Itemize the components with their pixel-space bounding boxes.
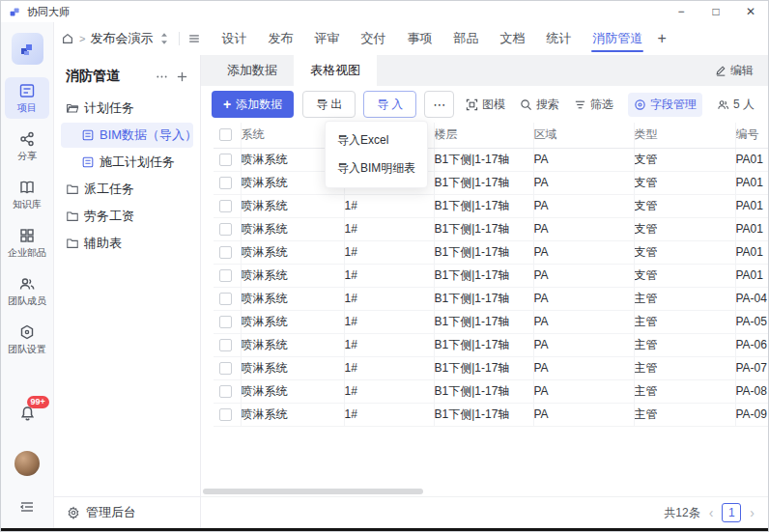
add-module-tab-button[interactable]: +: [657, 30, 666, 47]
module-tab[interactable]: 统计: [535, 22, 582, 55]
row-checkbox[interactable]: [219, 246, 232, 259]
module-tab[interactable]: 消防管道: [582, 22, 653, 55]
row-checkbox[interactable]: [219, 223, 232, 236]
table-row[interactable]: 喷淋系统 1# B1下侧|1-17轴 PA 支管 PA01: [214, 217, 768, 240]
user-avatar[interactable]: [14, 451, 40, 476]
main-area: 添加数据 表格视图 编辑 + 添加数据 导出 导入: [201, 55, 768, 528]
admin-backend-link[interactable]: 管理后台: [54, 496, 200, 528]
module-tab[interactable]: 部品: [442, 22, 489, 55]
tree-sheet-construction-plan[interactable]: 施工计划任务: [61, 150, 193, 175]
next-page-button[interactable]: ›: [750, 505, 755, 520]
row-checkbox[interactable]: [219, 408, 232, 421]
module-tab-label: 设计: [221, 30, 246, 47]
view-tab-add-data[interactable]: 添加数据: [211, 55, 294, 86]
table-row[interactable]: 喷淋系统 1# B1下侧|1-17轴 PA 主管 PA-06: [214, 333, 768, 356]
module-tab[interactable]: 设计: [211, 22, 257, 55]
panel-more-button[interactable]: [156, 70, 168, 83]
module-tab[interactable]: 发布: [257, 22, 303, 55]
field-management-button[interactable]: 字段管理: [628, 93, 702, 117]
cell-system: 喷淋系统: [242, 268, 288, 282]
column-header[interactable]: 类型: [634, 123, 735, 148]
table-header-row: 系统 楼层 区域 类型: [214, 123, 768, 148]
tree-folder-dispatch-tasks[interactable]: 派工任务: [61, 177, 193, 202]
menu-list-icon[interactable]: [187, 32, 201, 45]
cell-code: PA-07: [736, 361, 767, 375]
tree-folder-auxiliary-tables[interactable]: 辅助表: [61, 231, 193, 256]
cell-type: 主管: [635, 361, 658, 375]
rail-item-team-members[interactable]: 团队成员: [5, 270, 49, 312]
rail-item-projects[interactable]: 项目: [5, 77, 49, 119]
collapse-sidebar-button[interactable]: [19, 499, 35, 518]
prev-page-button[interactable]: ‹: [709, 505, 714, 520]
cell-code: PA01: [736, 176, 763, 189]
table-row[interactable]: 喷淋系统 1# B1下侧|1-17轴 PA 主管 PA-07: [214, 356, 768, 379]
switch-project-icon[interactable]: [157, 32, 171, 45]
rail-item-team-settings[interactable]: 团队设置: [5, 319, 49, 360]
filter-button[interactable]: 筛选: [574, 97, 613, 113]
table-row[interactable]: 喷淋系统 1# B1下侧|1-17轴 PA 支管 PA01: [214, 148, 768, 171]
import-menu-item[interactable]: 导入Excel: [326, 126, 427, 154]
tree-folder-plan-tasks[interactable]: 计划任务: [61, 96, 193, 121]
panel-add-button[interactable]: [176, 70, 188, 83]
cell-system: 喷淋系统: [242, 361, 288, 375]
table-row[interactable]: 喷淋系统 1# B1下侧|1-17轴 PA 支管 PA01: [214, 264, 768, 287]
rail-item-knowledge[interactable]: 知识库: [5, 174, 49, 215]
module-tab-label: 文档: [499, 30, 525, 47]
table-row[interactable]: 喷淋系统 1# B1下侧|1-17轴 PA 支管 PA01: [214, 171, 768, 194]
row-checkbox[interactable]: [219, 339, 232, 351]
people-icon: [18, 275, 36, 293]
scrollbar-thumb[interactable]: [203, 489, 423, 494]
page-number[interactable]: 1: [722, 503, 741, 522]
tree-sheet-bim-data[interactable]: BIM数据（导入）: [61, 123, 193, 148]
table-row[interactable]: 喷淋系统 1# B1下侧|1-17轴 PA 支管 PA01: [214, 240, 768, 264]
add-data-button[interactable]: + 添加数据: [212, 91, 294, 118]
rail-item-share[interactable]: 分享: [5, 126, 49, 167]
table-row[interactable]: 喷淋系统 1# B1下侧|1-17轴 PA 主管 PA-09: [214, 403, 768, 426]
row-checkbox[interactable]: [219, 385, 232, 398]
notifications-button[interactable]: 99+: [18, 404, 37, 426]
column-header[interactable]: 编号: [735, 123, 768, 148]
import-button[interactable]: 导入: [363, 91, 416, 118]
view-tab-table-view[interactable]: 表格视图: [294, 55, 377, 86]
home-icon[interactable]: [61, 32, 74, 45]
row-checkbox[interactable]: [219, 154, 232, 166]
column-header[interactable]: 楼层: [434, 123, 533, 148]
cell-code: PA01: [736, 199, 763, 212]
close-button[interactable]: ✕: [733, 1, 768, 22]
rail-item-enterprise-parts[interactable]: 企业部品: [5, 222, 49, 264]
row-checkbox[interactable]: [219, 362, 232, 375]
table-row[interactable]: 喷淋系统 1# B1下侧|1-17轴 PA 主管 PA-05: [214, 310, 768, 333]
toolbar-right: 图模 搜索 筛选 字段: [466, 93, 755, 117]
members-button[interactable]: 5 人: [717, 97, 755, 113]
row-checkbox[interactable]: [219, 269, 232, 282]
field-settings-icon: [634, 98, 646, 111]
row-checkbox[interactable]: [219, 200, 232, 212]
search-button[interactable]: 搜索: [520, 97, 559, 113]
table-row[interactable]: 喷淋系统 1# B1下侧|1-17轴 PA 主管 PA-08: [214, 379, 768, 403]
more-actions-button[interactable]: ⋯: [424, 91, 454, 118]
module-tab[interactable]: 评审: [303, 22, 350, 55]
edit-button[interactable]: 编辑: [715, 55, 768, 86]
tree-item-label: 劳务工资: [84, 208, 134, 225]
table-row[interactable]: 喷淋系统 1# B1下侧|1-17轴 PA 主管 PA-04: [214, 287, 768, 310]
module-tab[interactable]: 文档: [489, 22, 535, 55]
select-all-checkbox[interactable]: [219, 128, 232, 141]
maximize-button[interactable]: □: [698, 1, 733, 22]
table-row[interactable]: 喷淋系统 1# B1下侧|1-17轴 PA 支管 PA01: [214, 194, 768, 217]
app-logo[interactable]: [12, 33, 43, 65]
column-header[interactable]: 区域: [533, 123, 634, 148]
export-button[interactable]: 导出: [302, 91, 356, 118]
cell-building: 1#: [345, 407, 357, 421]
minimize-button[interactable]: −: [664, 1, 698, 22]
cell-floor: B1下侧|1-17轴: [435, 315, 510, 328]
import-menu-item[interactable]: 导入BIM明细表: [326, 154, 427, 182]
breadcrumb-project[interactable]: 发布会演示: [90, 30, 153, 47]
row-checkbox[interactable]: [219, 293, 232, 305]
module-tab[interactable]: 事项: [396, 22, 442, 55]
tree-folder-labor-wages[interactable]: 劳务工资: [61, 204, 193, 229]
module-tab[interactable]: 交付: [350, 22, 396, 55]
row-checkbox[interactable]: [219, 177, 232, 189]
cell-type: 支管: [635, 199, 658, 212]
row-checkbox[interactable]: [219, 316, 232, 328]
model-view-button[interactable]: 图模: [466, 97, 505, 113]
